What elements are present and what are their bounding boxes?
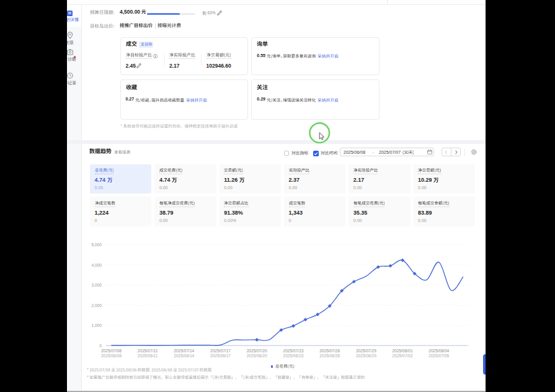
svg-text:2025/06/17: 2025/06/17 [210, 354, 231, 358]
svg-text:2025/07/05: 2025/07/05 [428, 354, 449, 358]
svg-text:2025/07/29: 2025/07/29 [356, 349, 376, 353]
svg-text:0: 0 [99, 344, 102, 348]
svg-text:4,000: 4,000 [91, 263, 102, 267]
svg-text:2025/06/08: 2025/06/08 [101, 354, 122, 358]
svg-text:2025/07/20: 2025/07/20 [247, 349, 267, 353]
svg-text:2025/07/14: 2025/07/14 [174, 349, 194, 353]
svg-text:2025/08/04: 2025/08/04 [428, 349, 449, 353]
svg-text:2025/06/26: 2025/06/26 [319, 354, 340, 358]
svg-text:1,000: 1,000 [91, 323, 102, 327]
svg-text:2025/07/08: 2025/07/08 [101, 349, 122, 353]
svg-text:2,000: 2,000 [91, 303, 102, 308]
svg-text:2025/06/20: 2025/06/20 [247, 354, 267, 358]
svg-text:2025/06/29: 2025/06/29 [356, 354, 376, 358]
svg-text:2025/06/14: 2025/06/14 [174, 354, 194, 358]
svg-text:2025/07/17: 2025/07/17 [210, 349, 231, 353]
svg-text:2025/06/11: 2025/06/11 [138, 354, 158, 358]
svg-text:3,000: 3,000 [91, 283, 102, 287]
svg-text:2025/07/26: 2025/07/26 [319, 349, 340, 353]
svg-text:5,000: 5,000 [91, 243, 102, 247]
svg-text:2025/08/01: 2025/08/01 [393, 349, 413, 353]
svg-text:2025/07/11: 2025/07/11 [138, 349, 158, 353]
svg-text:2025/06/23: 2025/06/23 [283, 354, 303, 358]
svg-text:2025/07/02: 2025/07/02 [393, 354, 413, 358]
svg-text:2025/07/23: 2025/07/23 [283, 349, 303, 353]
